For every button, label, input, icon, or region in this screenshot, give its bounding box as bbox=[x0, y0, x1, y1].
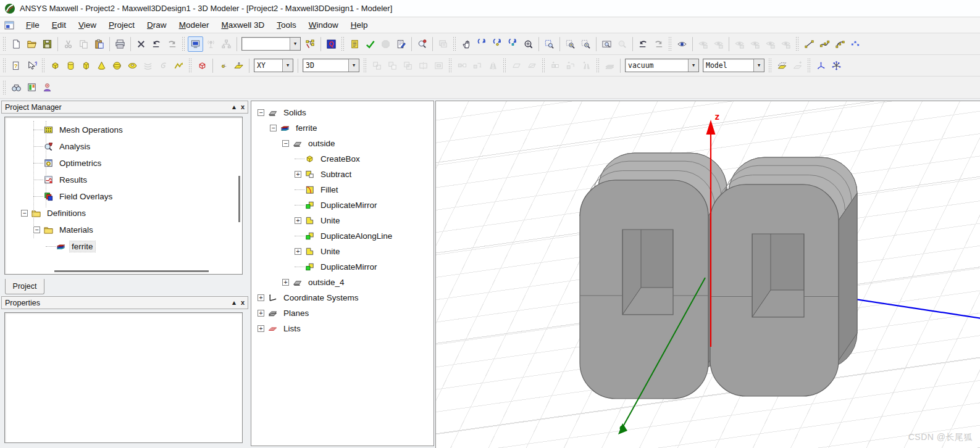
cut-button[interactable] bbox=[61, 36, 76, 52]
swap-button[interactable] bbox=[470, 58, 485, 73]
tree-item-ferrite[interactable]: ferrite bbox=[5, 238, 242, 255]
toolbar-grip[interactable] bbox=[542, 58, 545, 73]
expander-minus-icon[interactable]: − bbox=[270, 125, 277, 131]
toolbar-grip[interactable] bbox=[2, 36, 6, 51]
tree-item-materials[interactable]: −Materials bbox=[5, 222, 242, 238]
solver-profile-button[interactable] bbox=[414, 36, 430, 52]
tree-item-createbox[interactable]: CreateBox bbox=[254, 151, 433, 167]
create-cs-button[interactable] bbox=[813, 58, 829, 73]
draw-plane-button[interactable] bbox=[231, 58, 246, 73]
new-button[interactable] bbox=[9, 36, 24, 52]
menu-item-view[interactable]: View bbox=[72, 18, 103, 33]
toolbar-grip[interactable] bbox=[453, 36, 456, 51]
component-browser-button[interactable] bbox=[24, 80, 40, 95]
non-model-box-button[interactable] bbox=[195, 58, 210, 73]
toolbar-grip[interactable] bbox=[41, 58, 45, 73]
intersect-button[interactable] bbox=[400, 58, 416, 73]
orient-view-button[interactable] bbox=[674, 36, 690, 52]
toolbar-grip[interactable] bbox=[2, 58, 6, 73]
tree-item-field-overlays[interactable]: Field Overlays bbox=[5, 188, 242, 205]
drawing-plane-combo[interactable]: XY▼ bbox=[254, 59, 293, 72]
toolbar-grip[interactable] bbox=[795, 36, 799, 51]
hpc-queue-combo[interactable]: ▼ bbox=[241, 37, 301, 51]
help-topics-button[interactable]: ? bbox=[9, 58, 24, 73]
menu-item-maxwell-3d[interactable]: Maxwell 3D bbox=[215, 18, 270, 33]
draw-cylinder-button[interactable] bbox=[63, 58, 78, 73]
tree-item-lists[interactable]: +Lists bbox=[254, 321, 433, 336]
duplicate-rotate-button[interactable] bbox=[579, 58, 594, 73]
show-all-views-button[interactable] bbox=[778, 36, 794, 52]
vertical-scrollbar[interactable] bbox=[238, 176, 240, 222]
tree-item-subtract[interactable]: +Subtract bbox=[254, 167, 433, 182]
edit-points-button[interactable] bbox=[848, 36, 863, 52]
horizontal-scrollbar[interactable] bbox=[54, 270, 209, 272]
tree-item-analysis[interactable]: Analysis bbox=[5, 138, 242, 155]
material-combo[interactable]: vacuum▼ bbox=[625, 59, 699, 72]
3d-viewport[interactable]: z CSDN @长尾狐 bbox=[435, 101, 980, 448]
move-button[interactable] bbox=[454, 58, 470, 73]
imprint-button[interactable] bbox=[431, 58, 446, 73]
model-type-combo[interactable]: Model▼ bbox=[703, 59, 764, 72]
zoom-out-button[interactable] bbox=[578, 36, 593, 52]
draw-sweep-button[interactable] bbox=[171, 58, 186, 73]
submit-job-button[interactable] bbox=[203, 36, 219, 52]
draw-polyhedron-button[interactable] bbox=[78, 58, 94, 73]
zoom-region-button[interactable] bbox=[542, 36, 557, 52]
draw-helix-button[interactable] bbox=[140, 58, 156, 73]
solution-data-button[interactable] bbox=[347, 36, 362, 52]
expander-minus-icon[interactable]: − bbox=[33, 226, 40, 233]
redo-view-button[interactable] bbox=[651, 36, 666, 52]
validate-button[interactable] bbox=[362, 36, 378, 52]
tree-item-unite[interactable]: +Unite bbox=[254, 213, 433, 228]
toolbar-grip[interactable] bbox=[363, 58, 367, 73]
draw-line-button[interactable] bbox=[802, 36, 817, 52]
print-button[interactable] bbox=[112, 36, 128, 52]
expander-minus-icon[interactable]: − bbox=[282, 140, 289, 147]
toolbar-grip[interactable] bbox=[807, 58, 811, 73]
duplicate-mirror-button[interactable] bbox=[548, 58, 563, 73]
copy-button[interactable] bbox=[76, 36, 91, 52]
edit-notes-button[interactable] bbox=[393, 36, 409, 52]
menu-item-window[interactable]: Window bbox=[303, 18, 345, 33]
draw-point-button[interactable] bbox=[216, 58, 231, 73]
menu-item-edit[interactable]: Edit bbox=[46, 18, 72, 33]
model-history-tree[interactable]: −Solids−ferrite−outsideCreateBox+Subtrac… bbox=[251, 101, 434, 446]
chevron-down-icon[interactable]: ▼ bbox=[282, 59, 293, 72]
mirror-button[interactable] bbox=[485, 58, 501, 73]
draw-box-button[interactable] bbox=[48, 58, 63, 73]
mesh-region-button[interactable] bbox=[378, 36, 393, 52]
thicken-sheet-button[interactable] bbox=[602, 58, 618, 73]
collapse-panel-icon[interactable]: ▴ bbox=[232, 103, 236, 111]
paste-button[interactable] bbox=[91, 36, 107, 52]
expander-plus-icon[interactable]: + bbox=[282, 279, 289, 286]
expander-plus-icon[interactable]: + bbox=[295, 217, 301, 224]
ferrite-core-model[interactable] bbox=[580, 153, 857, 399]
open-button[interactable] bbox=[24, 36, 40, 52]
tree-item-outside[interactable]: −outside bbox=[254, 136, 433, 151]
menu-item-project[interactable]: Project bbox=[103, 18, 141, 33]
menu-item-modeler[interactable]: Modeler bbox=[173, 18, 216, 33]
duplicate-line-button[interactable] bbox=[563, 58, 579, 73]
draw-torus-button[interactable] bbox=[125, 58, 140, 73]
collapse-panel-icon[interactable]: ▴ bbox=[232, 299, 236, 307]
expander-plus-icon[interactable]: + bbox=[258, 294, 264, 301]
section-button[interactable] bbox=[509, 58, 524, 73]
global-cs-button[interactable] bbox=[829, 58, 844, 73]
expander-plus-icon[interactable]: + bbox=[295, 248, 301, 255]
chevron-down-icon[interactable]: ▼ bbox=[688, 59, 698, 72]
zoom-window-button[interactable] bbox=[599, 36, 614, 52]
tree-item-coordinate-systems[interactable]: +Coordinate Systems bbox=[254, 290, 433, 305]
toolbar-grip[interactable] bbox=[768, 58, 772, 73]
find-button[interactable] bbox=[9, 80, 24, 95]
draw-sphere-button[interactable] bbox=[109, 58, 125, 73]
project-tree[interactable]: Mesh OperationsAnalysisOptimetricsResult… bbox=[4, 117, 243, 275]
delete-button[interactable] bbox=[133, 36, 149, 52]
show-active-view-button[interactable] bbox=[763, 36, 778, 52]
tree-item-duplicatealongline[interactable]: DuplicateAlongLine bbox=[254, 228, 433, 244]
model-sheet-button[interactable] bbox=[774, 58, 790, 73]
expander-plus-icon[interactable]: + bbox=[258, 310, 264, 317]
dynamic-zoom-button[interactable] bbox=[521, 36, 536, 52]
save-button[interactable] bbox=[40, 36, 55, 52]
tree-item-definitions[interactable]: −Definitions bbox=[5, 205, 242, 222]
chevron-down-icon[interactable]: ▼ bbox=[348, 59, 359, 72]
